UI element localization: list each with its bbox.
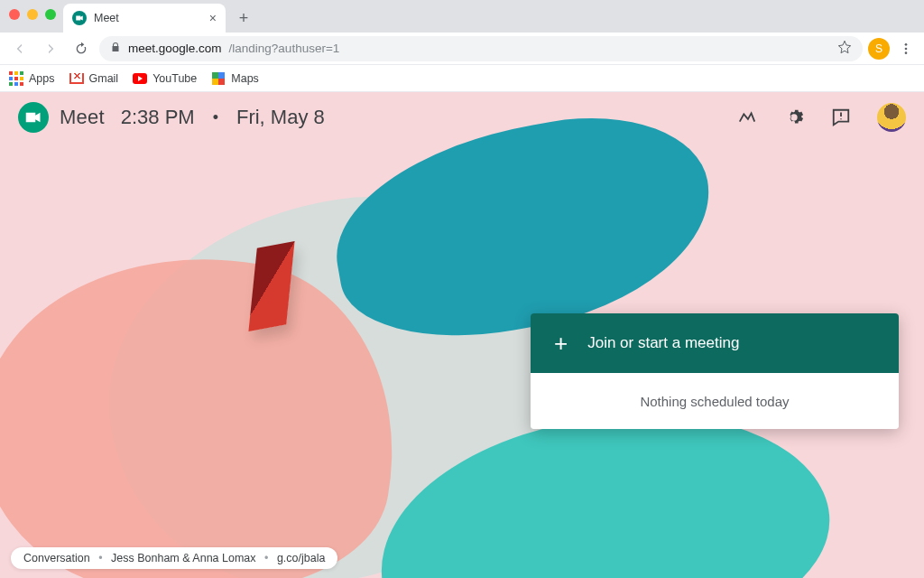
quality-icon[interactable] (736, 107, 758, 128)
window-close-button[interactable] (9, 9, 20, 20)
back-button[interactable] (7, 36, 32, 61)
url-path: /landing?authuser=1 (229, 42, 340, 55)
empty-state-text: Nothing scheduled today (640, 394, 789, 409)
youtube-icon (133, 71, 147, 86)
attribution-sep: • (264, 552, 268, 564)
bookmark-label: YouTube (152, 72, 197, 85)
user-avatar[interactable] (877, 103, 906, 132)
attribution-sep: • (98, 552, 102, 564)
feedback-icon[interactable] (830, 107, 852, 128)
tab-close-icon[interactable]: × (209, 11, 217, 25)
window-fullscreen-button[interactable] (45, 9, 56, 20)
browser-tab[interactable]: Meet × (63, 4, 226, 33)
maps-icon (211, 71, 226, 86)
plus-icon: + (554, 331, 568, 355)
browser-window: Meet × + meet.google.com/landing?authuse… (0, 0, 924, 578)
bookmark-maps[interactable]: Maps (211, 71, 259, 86)
meet-logo-icon (18, 102, 49, 133)
svg-point-2 (905, 51, 908, 54)
artwork-attribution[interactable]: Conversation • Jess Bonham & Anna Lomax … (11, 547, 337, 569)
attribution-label: Conversation (23, 552, 90, 564)
schedule-empty-state: Nothing scheduled today (531, 373, 899, 429)
attribution-artists: Jess Bonham & Anna Lomax (111, 552, 256, 564)
omnibox[interactable]: meet.google.com/landing?authuser=1 (99, 36, 863, 61)
url-host: meet.google.com (128, 42, 222, 55)
bookmark-gmail[interactable]: Gmail (69, 71, 119, 86)
product-name: Meet (60, 106, 105, 129)
tab-strip: Meet × + (0, 0, 924, 33)
current-time: 2:38 PM (121, 106, 195, 129)
bookmark-label: Gmail (89, 72, 119, 85)
lock-icon (110, 42, 121, 55)
bookmarks-bar: Apps Gmail YouTube Maps (0, 65, 924, 92)
address-bar: meet.google.com/landing?authuser=1 S (0, 33, 924, 65)
settings-icon[interactable] (783, 107, 805, 128)
attribution-link: g.co/jbala (277, 552, 326, 564)
cta-label: Join or start a meeting (587, 334, 739, 352)
apps-grid-icon (9, 71, 23, 86)
new-tab-button[interactable]: + (231, 5, 256, 31)
gmail-icon (69, 71, 84, 86)
window-controls (9, 9, 56, 20)
bookmark-apps[interactable]: Apps (9, 71, 55, 86)
svg-point-4 (840, 118, 841, 119)
header-separator: • (213, 108, 218, 127)
browser-menu-button[interactable] (895, 42, 917, 56)
app-viewport: Meet 2:38 PM • Fri, May 8 + Join (0, 92, 924, 578)
bookmark-label: Apps (29, 72, 55, 85)
current-date: Fri, May 8 (236, 106, 325, 129)
window-minimize-button[interactable] (27, 9, 38, 20)
tab-title: Meet (94, 12, 202, 24)
reload-button[interactable] (69, 36, 94, 61)
meeting-card: + Join or start a meeting Nothing schedu… (531, 313, 899, 429)
forward-button[interactable] (38, 36, 63, 61)
meet-favicon-icon (72, 11, 87, 25)
svg-point-0 (905, 43, 908, 46)
bookmark-star-icon[interactable] (837, 40, 852, 57)
svg-point-1 (905, 47, 908, 50)
join-start-meeting-button[interactable]: + Join or start a meeting (531, 313, 899, 373)
bookmark-youtube[interactable]: YouTube (133, 71, 197, 86)
browser-profile-avatar[interactable]: S (868, 38, 890, 60)
app-header: Meet 2:38 PM • Fri, May 8 (0, 92, 924, 143)
bookmark-label: Maps (231, 72, 259, 85)
